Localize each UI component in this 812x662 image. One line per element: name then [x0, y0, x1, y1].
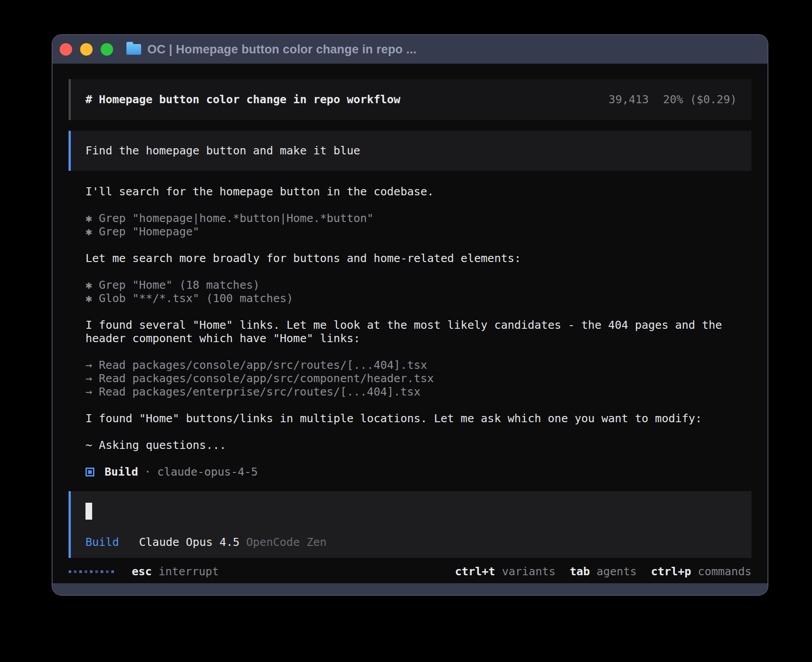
assistant-paragraph: I'll search for the homepage button in t… [85, 185, 751, 198]
minimize-button[interactable] [80, 43, 93, 56]
provider-label: OpenCode Zen [246, 536, 327, 549]
session-title: # Homepage button color change in repo w… [85, 93, 400, 106]
assistant-paragraph: I found "Home" buttons/links in multiple… [85, 412, 751, 425]
status-left: esc interrupt [69, 565, 219, 578]
titlebar[interactable]: OC | Homepage button color change in rep… [53, 35, 767, 64]
user-message: Find the homepage button and make it blu… [69, 131, 751, 171]
model-label: Claude Opus 4.5 [139, 536, 240, 549]
tool-call-grep: ✱Grep "Homepage" [85, 225, 751, 238]
arrow-right-icon: → [85, 385, 92, 399]
agent-status-row: Build · claude-opus-4-5 [85, 465, 751, 479]
tool-call-group: →Read packages/console/app/src/routes/[.… [85, 359, 751, 399]
tool-call-glob: ✱Glob "**/*.tsx" (100 matches) [85, 292, 751, 305]
close-button[interactable] [60, 43, 72, 56]
assistant-paragraph: Let me search more broadly for buttons a… [85, 252, 751, 265]
folder-icon [126, 44, 141, 55]
status-bar: esc interrupt ctrl+t variants tab agents… [69, 565, 751, 578]
app-window: OC | Homepage button color change in rep… [52, 34, 768, 596]
dot-separator: · [144, 465, 151, 479]
hint-interrupt: esc interrupt [132, 565, 219, 578]
working-status: ~ Asking questions... [85, 439, 751, 452]
tool-call-grep: ✱Grep "homepage|home.*button|Home.*butto… [85, 212, 751, 225]
agent-name: Build [105, 465, 138, 479]
asterisk-icon: ✱ [85, 212, 92, 225]
prompt-input[interactable]: Build Claude Opus 4.5 OpenCode Zen [69, 491, 751, 558]
session-header: # Homepage button color change in repo w… [69, 79, 751, 120]
tool-call-read: →Read packages/console/app/src/component… [85, 372, 751, 385]
status-right: ctrl+t variants tab agents ctrl+p comman… [455, 565, 751, 578]
user-message-text: Find the homepage button and make it blu… [85, 144, 360, 157]
asterisk-icon: ✱ [85, 292, 92, 305]
tool-call-group: ✱Grep "Home" (18 matches) ✱Glob "**/*.ts… [85, 279, 751, 305]
terminal-content: # Homepage button color change in repo w… [53, 64, 767, 583]
tool-call-read: →Read packages/console/app/src/routes/[.… [85, 359, 751, 372]
traffic-lights [60, 43, 113, 56]
spinner-dots-icon [69, 570, 114, 573]
hint-agents: tab agents [570, 565, 637, 578]
asterisk-icon: ✱ [85, 225, 92, 238]
window-bottom-bar [53, 583, 767, 595]
tool-call-group: ✱Grep "homepage|home.*button|Home.*butto… [85, 212, 751, 238]
text-cursor [85, 503, 92, 520]
tool-call-read: →Read packages/enterprise/src/routes/[..… [85, 385, 751, 399]
agent-badge-icon [85, 468, 94, 476]
asterisk-icon: ✱ [85, 279, 92, 292]
zoom-button[interactable] [101, 43, 113, 56]
tool-call-grep: ✱Grep "Home" (18 matches) [85, 279, 751, 292]
arrow-right-icon: → [85, 359, 92, 372]
input-footer: Build Claude Opus 4.5 OpenCode Zen [85, 536, 737, 549]
hint-commands: ctrl+p commands [651, 565, 751, 578]
mode-label: Build [85, 536, 119, 549]
hint-variants: ctrl+t variants [455, 565, 556, 578]
assistant-transcript: I'll search for the homepage button in t… [69, 185, 751, 479]
arrow-right-icon: → [85, 372, 92, 385]
window-title: OC | Homepage button color change in rep… [147, 43, 417, 57]
session-meta: 39,413 20% ($0.29) [609, 93, 737, 106]
token-count: 39,413 [609, 93, 649, 106]
context-cost: 20% ($0.29) [663, 93, 737, 106]
assistant-paragraph: I found several "Home" links. Let me loo… [85, 319, 751, 345]
agent-model: claude-opus-4-5 [157, 465, 258, 479]
